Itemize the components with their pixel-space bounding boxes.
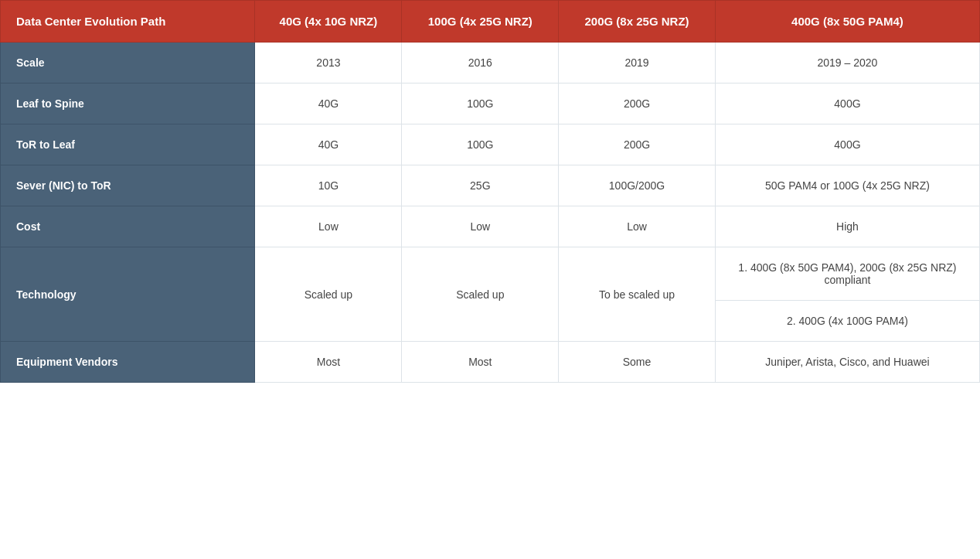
row-6-col4: Juniper, Arista, Cisco, and Huawei	[715, 342, 979, 383]
row-1-col4: 400G	[715, 84, 979, 124]
row-label-2: ToR to Leaf	[1, 124, 255, 165]
row-4-col4: High	[715, 206, 979, 247]
tech-col4: 1. 400G (8x 50G PAM4), 200G (8x 25G NRZ)…	[715, 247, 979, 342]
row-1-col3: 200G	[559, 84, 716, 124]
row-0-col4: 2019 – 2020	[715, 43, 979, 84]
row-6-col1: Most	[255, 342, 402, 383]
row-1-col1: 40G	[255, 84, 402, 124]
row-2-col1: 40G	[255, 124, 402, 165]
row-4-col3: Low	[559, 206, 716, 247]
row-4-col2: Low	[402, 206, 559, 247]
row-2-col3: 200G	[559, 124, 716, 165]
row-label-1: Leaf to Spine	[1, 84, 255, 124]
row-label-5: Technology	[1, 247, 255, 342]
header-40g: 40G (4x 10G NRZ)	[255, 1, 402, 43]
row-0-col2: 2016	[402, 43, 559, 84]
row-2-col2: 100G	[402, 124, 559, 165]
row-3-col3: 100G/200G	[559, 165, 716, 206]
tech-col3: To be scaled up	[559, 247, 716, 342]
tech-col2: Scaled up	[402, 247, 559, 342]
row-2-col4: 400G	[715, 124, 979, 165]
row-3-col2: 25G	[402, 165, 559, 206]
row-3-col1: 10G	[255, 165, 402, 206]
header-evolution-path: Data Center Evolution Path	[1, 1, 255, 43]
row-6-col3: Some	[559, 342, 716, 383]
row-label-3: Sever (NIC) to ToR	[1, 165, 255, 206]
row-0-col1: 2013	[255, 43, 402, 84]
row-label-6: Equipment Vendors	[1, 342, 255, 383]
header-100g: 100G (4x 25G NRZ)	[402, 1, 559, 43]
row-3-col4: 50G PAM4 or 100G (4x 25G NRZ)	[715, 165, 979, 206]
header-400g: 400G (8x 50G PAM4)	[715, 1, 979, 43]
tech-col1: Scaled up	[255, 247, 402, 342]
row-label-0: Scale	[1, 43, 255, 84]
row-label-4: Cost	[1, 206, 255, 247]
header-200g: 200G (8x 25G NRZ)	[559, 1, 716, 43]
row-0-col3: 2019	[559, 43, 716, 84]
row-6-col2: Most	[402, 342, 559, 383]
row-1-col2: 100G	[402, 84, 559, 124]
row-4-col1: Low	[255, 206, 402, 247]
